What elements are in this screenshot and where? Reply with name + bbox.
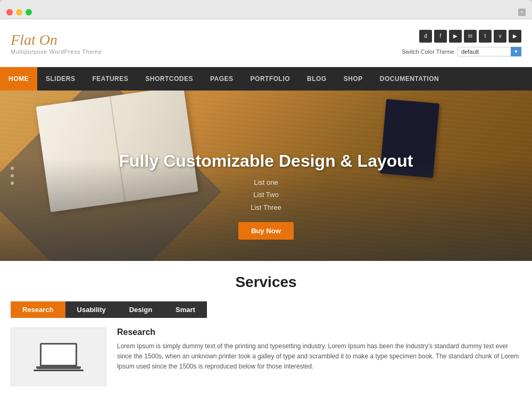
nav-portfolio[interactable]: PORTFOLIO bbox=[242, 67, 299, 91]
color-theme-select-wrapper: default ▼ bbox=[458, 47, 521, 56]
nav-shop[interactable]: SHOP bbox=[335, 67, 371, 91]
color-theme-area: Switch Color Theme default ▼ bbox=[402, 47, 521, 56]
hero-list-item-3: List Three bbox=[0, 201, 532, 214]
hero-title: Fully Customizable Design & Layout bbox=[0, 151, 532, 171]
nav-blog[interactable]: BLOG bbox=[298, 67, 335, 91]
nav-pages[interactable]: PAGES bbox=[202, 67, 242, 91]
main-wrapper: Flat On Multipurpose WordPress Theme d f… bbox=[0, 19, 532, 393]
nav-features[interactable]: FEATURES bbox=[84, 67, 137, 91]
services-tabs: Research Usability Design Smart bbox=[11, 301, 521, 318]
maximize-button[interactable] bbox=[26, 9, 32, 15]
nav-home[interactable]: HOME bbox=[0, 67, 37, 91]
tab-research[interactable]: Research bbox=[11, 301, 65, 318]
digg-icon[interactable]: d bbox=[419, 30, 432, 43]
expand-icon[interactable]: + bbox=[518, 9, 526, 16]
select-arrow-icon: ▼ bbox=[511, 47, 521, 56]
logo-area: Flat On Multipurpose WordPress Theme bbox=[11, 31, 102, 55]
logo-text[interactable]: Flat On bbox=[11, 31, 102, 48]
services-title: Services bbox=[11, 274, 521, 291]
close-button[interactable] bbox=[6, 9, 13, 15]
laptop-base bbox=[36, 366, 81, 369]
tab-design[interactable]: Design bbox=[118, 301, 164, 318]
browser-chrome: + bbox=[0, 0, 532, 19]
hero-list: List one List Two List Three bbox=[0, 176, 532, 214]
hero-list-item-1: List one bbox=[0, 176, 532, 189]
services-section: Services Research Usability Design Smart… bbox=[0, 261, 532, 386]
youtube-icon[interactable]: ▶ bbox=[449, 30, 462, 43]
hero-content: Fully Customizable Design & Layout List … bbox=[0, 151, 532, 240]
services-image bbox=[11, 328, 106, 386]
services-text: Research Lorem Ipsum is simply dummy tex… bbox=[117, 328, 521, 386]
hero-list-item-2: List Two bbox=[0, 189, 532, 201]
header-right: d f ▶ in t v ▶ Switch Color Theme defaul… bbox=[402, 30, 521, 56]
social-icons: d f ▶ in t v ▶ bbox=[419, 30, 521, 43]
minimize-button[interactable] bbox=[16, 9, 22, 15]
services-content: Research Lorem Ipsum is simply dummy tex… bbox=[11, 328, 521, 386]
nav-documentation[interactable]: DOCUMENTATION bbox=[371, 67, 447, 91]
linkedin-icon[interactable]: in bbox=[464, 30, 477, 43]
facebook-icon[interactable]: f bbox=[434, 30, 447, 43]
laptop-screen bbox=[40, 343, 77, 366]
vimeo-icon[interactable]: v bbox=[494, 30, 506, 43]
main-nav: HOME SLIDERS FEATURES SHORTCODES PAGES P… bbox=[0, 67, 532, 91]
tab-usability[interactable]: Usability bbox=[65, 301, 118, 318]
color-theme-label: Switch Color Theme bbox=[402, 48, 454, 55]
youtube2-icon[interactable]: ▶ bbox=[509, 30, 521, 43]
twitter-icon[interactable]: t bbox=[479, 30, 492, 43]
hero-section: Fully Customizable Design & Layout List … bbox=[0, 91, 532, 261]
laptop-icon bbox=[34, 343, 84, 371]
top-header: Flat On Multipurpose WordPress Theme d f… bbox=[0, 19, 532, 67]
nav-shortcodes[interactable]: SHORTCODES bbox=[137, 67, 202, 91]
logo-subtitle: Multipurpose WordPress Theme bbox=[11, 48, 102, 55]
services-tab-title: Research bbox=[117, 328, 521, 337]
tab-smart[interactable]: Smart bbox=[164, 301, 207, 318]
buy-now-button[interactable]: Buy Now bbox=[238, 222, 294, 240]
services-tab-content: Lorem Ipsum is simply dummy text of the … bbox=[117, 341, 521, 372]
laptop-foot bbox=[34, 370, 84, 371]
nav-sliders[interactable]: SLIDERS bbox=[37, 67, 84, 91]
